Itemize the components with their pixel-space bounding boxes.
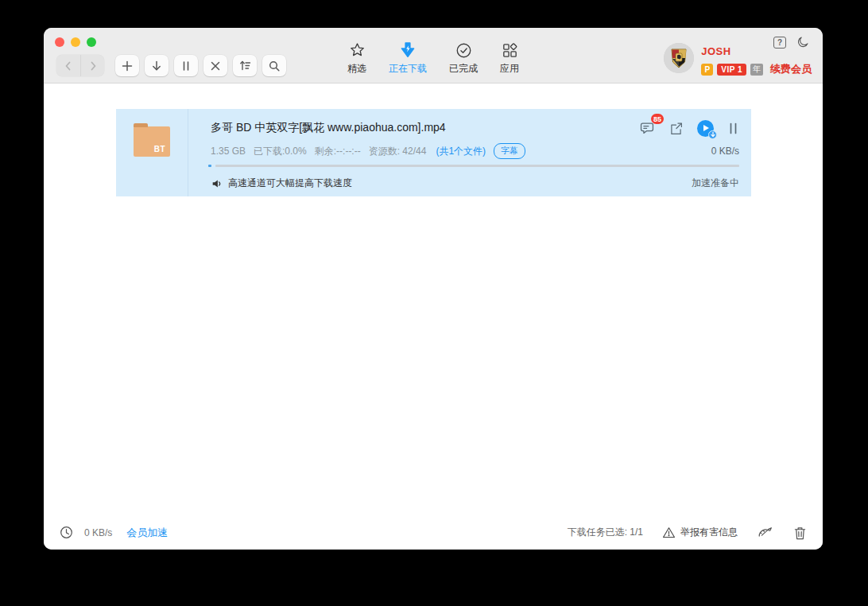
speaker-icon — [211, 177, 223, 190]
chevron-right-icon — [87, 60, 99, 72]
trash-icon[interactable] — [793, 526, 807, 540]
p-badge: P — [701, 64, 713, 76]
start-download-button[interactable] — [145, 55, 169, 76]
sort-list-button[interactable] — [233, 55, 257, 76]
back-button[interactable] — [56, 55, 80, 76]
star-icon — [348, 39, 366, 60]
open-folder-button[interactable] — [668, 121, 684, 136]
task-resources: 资源数: 42/44 — [369, 145, 427, 158]
task-icon-column: BT — [116, 109, 188, 196]
report-label: 举报有害信息 — [680, 526, 738, 539]
traffic-lights — [55, 37, 96, 47]
statusbar-right: 下载任务已选: 1/1 举报有害信息 — [568, 525, 807, 540]
speed-test-gauge-icon[interactable] — [757, 525, 774, 540]
subtitle-badge[interactable]: 字幕 — [494, 143, 525, 159]
warning-triangle-icon — [662, 526, 676, 539]
account-info: JOSH P VIP 1 年 续费会员 — [701, 43, 812, 76]
download-task-row[interactable]: BT 多哥 BD 中英双字[飘花 www.piaohua.com].mp4 85 — [116, 109, 751, 196]
tab-label: 应用 — [500, 62, 519, 76]
task-downloaded: 已下载:0.0% — [254, 145, 307, 158]
tab-featured[interactable]: 精选 — [347, 39, 366, 76]
add-task-button[interactable] — [115, 55, 139, 76]
close-x-icon — [209, 60, 222, 72]
pause-task-button[interactable] — [174, 55, 198, 76]
search-button[interactable] — [262, 55, 286, 76]
file-count-link[interactable]: (共1个文件) — [436, 145, 486, 158]
download-list: BT 多哥 BD 中英双字[飘花 www.piaohua.com].mp4 85 — [44, 84, 823, 515]
task-main: 多哥 BD 中英双字[飘花 www.piaohua.com].mp4 85 — [188, 109, 751, 196]
mini-download-badge-icon — [708, 130, 717, 139]
user-avatar[interactable] — [664, 43, 694, 73]
progress-track — [215, 165, 739, 167]
pause-task-row-button[interactable] — [727, 122, 739, 135]
year-badge: 年 — [750, 64, 763, 76]
member-boost-link[interactable]: 会员加速 — [126, 526, 168, 540]
progress-fill — [208, 165, 211, 167]
desktop-background: 精选 正在下载 已完成 应用 ? — [0, 0, 868, 606]
tab-label: 已完成 — [449, 62, 478, 76]
account-panel[interactable]: JOSH P VIP 1 年 续费会员 — [664, 43, 812, 76]
speed-channel-hint[interactable]: 高速通道可大幅提高下载速度 — [211, 177, 352, 190]
tab-label: 精选 — [347, 62, 366, 76]
play-while-download-button[interactable] — [697, 120, 714, 137]
statusbar-left: 0 KB/s 会员加速 — [60, 526, 168, 540]
vip-badge: VIP 1 — [717, 64, 746, 76]
minimize-window-button[interactable] — [71, 37, 80, 47]
arrow-down-icon — [150, 60, 163, 72]
main-tabs: 精选 正在下载 已完成 应用 — [347, 39, 519, 76]
comment-count-badge: 85 — [651, 114, 664, 124]
hint-text: 高速通道可大幅提高下载速度 — [228, 177, 352, 190]
delete-task-button[interactable] — [203, 55, 227, 76]
status-bar: 0 KB/s 会员加速 下载任务已选: 1/1 举报有害信息 — [44, 515, 823, 550]
check-circle-icon — [455, 39, 473, 60]
app-grid-icon — [501, 39, 519, 60]
progress-bar — [208, 165, 739, 167]
app-window: 精选 正在下载 已完成 应用 ? — [44, 28, 823, 550]
task-remaining: 剩余:--:--:-- — [315, 145, 361, 158]
username[interactable]: JOSH — [701, 45, 812, 57]
acceleration-status: 加速准备中 — [692, 177, 739, 190]
tab-completed[interactable]: 已完成 — [449, 39, 478, 76]
pause-icon — [180, 60, 192, 72]
bt-label: BT — [154, 145, 165, 153]
membership-badges: P VIP 1 年 续费会员 — [701, 62, 812, 76]
forward-button[interactable] — [80, 55, 104, 76]
selected-tasks-count: 下载任务已选: 1/1 — [568, 526, 643, 539]
task-hint-row: 高速通道可大幅提高下载速度 加速准备中 — [211, 177, 739, 190]
task-speed: 0 KB/s — [711, 146, 739, 157]
tab-label: 正在下载 — [389, 62, 427, 76]
toolbar: 精选 正在下载 已完成 应用 ? — [44, 28, 823, 84]
tab-downloading[interactable]: 正在下载 — [389, 39, 427, 76]
chevron-left-icon — [62, 60, 75, 72]
bt-folder-icon: BT — [134, 126, 170, 157]
sort-list-icon — [238, 59, 252, 72]
comments-button[interactable]: 85 — [639, 120, 655, 136]
renew-membership-link[interactable]: 续费会员 — [770, 62, 812, 76]
close-window-button[interactable] — [55, 37, 64, 47]
nav-history-group — [56, 55, 104, 76]
download-lightning-icon — [398, 39, 417, 60]
clock-icon — [60, 526, 73, 539]
global-speed: 0 KB/s — [84, 527, 112, 538]
report-harmful-button[interactable]: 举报有害信息 — [662, 526, 738, 539]
task-filename: 多哥 BD 中英双字[飘花 www.piaohua.com].mp4 — [211, 121, 446, 135]
search-icon — [268, 60, 281, 72]
plus-icon — [121, 60, 134, 72]
task-details: 1.35 GB 已下载:0.0% 剩余:--:--:-- 资源数: 42/44 … — [211, 143, 739, 159]
tab-apps[interactable]: 应用 — [500, 39, 519, 76]
task-action-icons: 85 — [639, 120, 739, 137]
zoom-window-button[interactable] — [87, 37, 96, 47]
task-size: 1.35 GB — [211, 146, 246, 157]
task-action-buttons — [115, 55, 286, 76]
